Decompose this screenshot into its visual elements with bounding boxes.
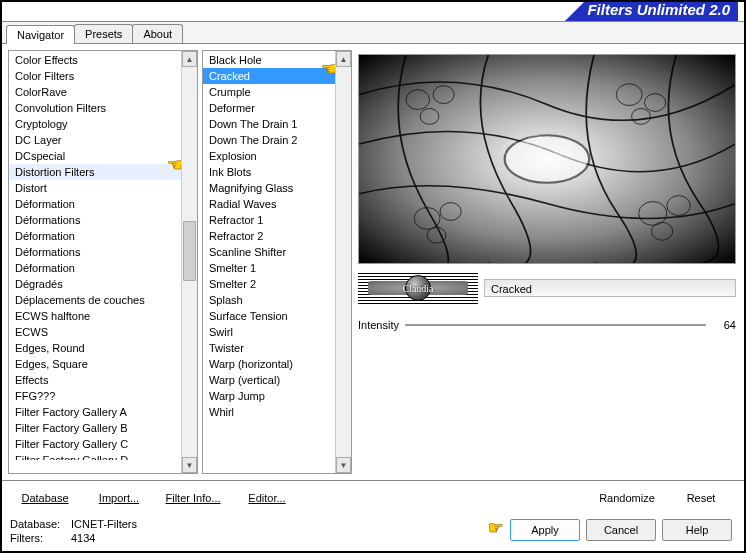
list-item[interactable]: Explosion bbox=[203, 148, 335, 164]
list-item[interactable]: Splash bbox=[203, 292, 335, 308]
list-item[interactable]: Filter Factory Gallery A bbox=[9, 404, 181, 420]
list-item[interactable]: ECWS bbox=[9, 324, 181, 340]
list-item[interactable]: Surface Tension bbox=[203, 308, 335, 324]
intensity-slider[interactable] bbox=[405, 316, 706, 334]
editor-button[interactable]: Editor... bbox=[232, 487, 302, 509]
cancel-button[interactable]: Cancel bbox=[586, 519, 656, 541]
scroll-up-icon[interactable]: ▲ bbox=[182, 51, 197, 67]
list-item[interactable]: Smelter 2 bbox=[203, 276, 335, 292]
list-item[interactable]: Déformation bbox=[9, 228, 181, 244]
list-item[interactable]: Whirl bbox=[203, 404, 335, 420]
list-item[interactable]: Deformer bbox=[203, 100, 335, 116]
list-item[interactable]: Distortion Filters bbox=[9, 164, 181, 180]
list-item[interactable]: Cryptology bbox=[9, 116, 181, 132]
randomize-button[interactable]: Randomize bbox=[592, 487, 662, 509]
app-title: Filters Unlimited 2.0 bbox=[585, 1, 738, 21]
database-button[interactable]: Database bbox=[10, 487, 80, 509]
scroll-down-icon[interactable]: ▼ bbox=[182, 457, 197, 473]
list-item[interactable]: Filter Factory Gallery B bbox=[9, 420, 181, 436]
mid-button-row: Database Import... Filter Info... Editor… bbox=[2, 480, 744, 515]
list-item[interactable]: Refractor 1 bbox=[203, 212, 335, 228]
list-item[interactable]: Radial Waves bbox=[203, 196, 335, 212]
list-item[interactable]: Effects bbox=[9, 372, 181, 388]
category-scrollbar[interactable]: ▲ ▼ bbox=[181, 51, 197, 473]
list-item[interactable]: Cracked bbox=[203, 68, 335, 84]
import-button[interactable]: Import... bbox=[84, 487, 154, 509]
list-item[interactable]: Filter Factory Gallery C bbox=[9, 436, 181, 452]
list-item[interactable]: Down The Drain 1 bbox=[203, 116, 335, 132]
filter-list[interactable]: Black HoleCrackedCrumpleDeformerDown The… bbox=[202, 50, 352, 474]
category-list[interactable]: Color EffectsColor FiltersColorRaveConvo… bbox=[8, 50, 198, 474]
tab-presets[interactable]: Presets bbox=[74, 24, 133, 43]
list-item[interactable]: Dégradés bbox=[9, 276, 181, 292]
list-item[interactable]: Swirl bbox=[203, 324, 335, 340]
list-item[interactable]: Magnifying Glass bbox=[203, 180, 335, 196]
watermark-logo: Claudia bbox=[358, 272, 478, 304]
list-item[interactable]: Déformations bbox=[9, 212, 181, 228]
list-item[interactable]: Smelter 1 bbox=[203, 260, 335, 276]
list-item[interactable]: Down The Drain 2 bbox=[203, 132, 335, 148]
filter-name-field: Cracked bbox=[484, 279, 736, 297]
list-item[interactable]: Warp (horizontal) bbox=[203, 356, 335, 372]
list-item[interactable]: Déformations bbox=[9, 244, 181, 260]
title-bar: Filters Unlimited 2.0 bbox=[2, 2, 744, 22]
list-item[interactable]: Color Effects bbox=[9, 52, 181, 68]
pointer-icon bbox=[315, 66, 335, 84]
list-item[interactable]: Refractor 2 bbox=[203, 228, 335, 244]
list-item[interactable]: Color Filters bbox=[9, 68, 181, 84]
list-item[interactable]: Scanline Shifter bbox=[203, 244, 335, 260]
filter-scrollbar[interactable]: ▲ ▼ bbox=[335, 51, 351, 473]
list-item[interactable]: Crumple bbox=[203, 84, 335, 100]
list-item[interactable]: Ink Blots bbox=[203, 164, 335, 180]
scroll-down-icon[interactable]: ▼ bbox=[336, 457, 351, 473]
list-item[interactable]: Twister bbox=[203, 340, 335, 356]
scroll-up-icon[interactable]: ▲ bbox=[336, 51, 351, 67]
list-item[interactable]: Distort bbox=[9, 180, 181, 196]
apply-button[interactable]: Apply bbox=[510, 519, 580, 541]
list-item[interactable]: DCspecial bbox=[9, 148, 181, 164]
param-value-intensity: 64 bbox=[712, 319, 736, 331]
list-item[interactable]: Edges, Round bbox=[9, 340, 181, 356]
list-item[interactable]: Déformation bbox=[9, 260, 181, 276]
list-item[interactable]: ColorRave bbox=[9, 84, 181, 100]
help-button[interactable]: Help bbox=[662, 519, 732, 541]
list-item[interactable]: Convolution Filters bbox=[9, 100, 181, 116]
bottom-buttons: Apply Cancel Help bbox=[482, 519, 732, 541]
param-label-intensity: Intensity bbox=[358, 319, 399, 331]
scroll-thumb[interactable] bbox=[183, 221, 196, 281]
pointer-icon bbox=[161, 162, 181, 180]
list-item[interactable]: Filter Factory Gallery D bbox=[9, 452, 181, 460]
list-item[interactable]: Déformation bbox=[9, 196, 181, 212]
preview-image bbox=[358, 54, 736, 264]
reset-button[interactable]: Reset bbox=[666, 487, 736, 509]
list-item[interactable]: FFG??? bbox=[9, 388, 181, 404]
tab-about[interactable]: About bbox=[132, 24, 183, 43]
tab-strip: Navigator Presets About bbox=[2, 22, 744, 44]
tab-navigator[interactable]: Navigator bbox=[6, 25, 75, 44]
list-item[interactable]: Warp Jump bbox=[203, 388, 335, 404]
list-item[interactable]: Warp (vertical) bbox=[203, 372, 335, 388]
list-item[interactable]: Déplacements de couches bbox=[9, 292, 181, 308]
list-item[interactable]: Edges, Square bbox=[9, 356, 181, 372]
list-item[interactable]: ECWS halftone bbox=[9, 308, 181, 324]
list-item[interactable]: DC Layer bbox=[9, 132, 181, 148]
pointer-icon bbox=[482, 521, 504, 539]
filter-info-button[interactable]: Filter Info... bbox=[158, 487, 228, 509]
